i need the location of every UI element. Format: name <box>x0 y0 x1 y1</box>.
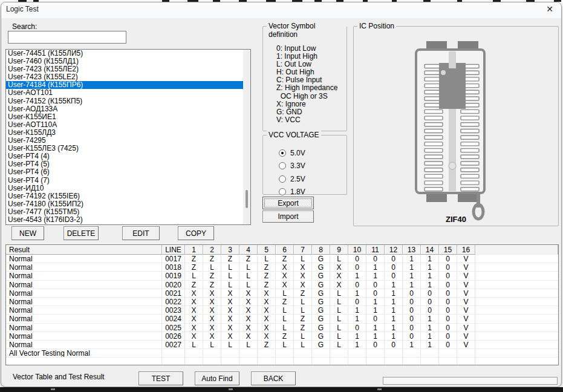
empty-cell <box>366 358 385 365</box>
vcc-option-3.3V[interactable]: 3.3V <box>279 160 305 173</box>
table-row[interactable]: Normal0027LLLLZLLGL100110V <box>6 341 558 349</box>
empty-cell <box>239 358 258 365</box>
vector-cell: X <box>294 272 312 280</box>
vector-cell: V <box>457 315 475 323</box>
vector-cell: X <box>221 306 239 315</box>
background-window-bottom <box>0 387 563 392</box>
line-cell: 0024 <box>162 315 185 323</box>
copy-button[interactable]: COPY <box>178 226 214 240</box>
vector-cell: Z <box>294 324 312 332</box>
table-row[interactable]: Normal0019LZLLZXXGX110110V <box>6 272 558 280</box>
list-item[interactable]: User-РТ4 (6) <box>6 168 250 176</box>
vector-cell: 0 <box>348 255 366 263</box>
vector-cell: X <box>258 324 276 332</box>
auto-find-button[interactable]: Auto Find <box>195 371 239 385</box>
table-row[interactable]: Normal0023XXXXXLLGL111000V <box>6 306 558 315</box>
edit-button[interactable]: EDIT <box>122 226 160 240</box>
vector-cell: Z <box>221 255 239 263</box>
result-table[interactable]: ResultLINE12345678910111213141516Normal0… <box>5 244 559 365</box>
vector-cell: 0 <box>403 289 421 298</box>
column-header: 11 <box>366 245 385 255</box>
vector-cell: L <box>330 332 348 341</box>
row-filler <box>475 306 558 315</box>
table-row[interactable]: Normal0024XXXXXLZGL101010V <box>6 315 558 323</box>
list-item[interactable]: User-74180 (К155ИП2) <box>6 200 250 208</box>
radio-icon[interactable] <box>279 162 286 169</box>
vector-cell: L <box>239 272 258 280</box>
table-row[interactable]: Normal0026XXXXXZLGL111010V <box>6 332 558 341</box>
vector-cell: 1 <box>366 263 385 272</box>
radio-icon[interactable] <box>279 175 286 183</box>
vector-cell: Z <box>203 281 221 289</box>
vector-cell: 1 <box>421 332 439 341</box>
list-item[interactable]: User-74152 (К155КП5) <box>6 97 250 105</box>
column-header: 8 <box>312 245 330 255</box>
list-item[interactable]: User-74192 (К155IE6) <box>6 192 250 200</box>
result-cell: Normal <box>6 272 162 280</box>
test-button[interactable]: TEST <box>138 371 183 385</box>
vector-cell: X <box>221 289 239 298</box>
table-row[interactable]: Normal0025XXXXXLZGL011010V <box>6 324 558 332</box>
row-filler <box>475 315 558 323</box>
table-row[interactable]: Normal0021XXXXXLZGL101000V <box>6 289 558 298</box>
vector-cell: X <box>294 281 312 289</box>
vector-cell <box>312 349 330 358</box>
scrollbar-thumb[interactable] <box>246 190 248 208</box>
table-row[interactable]: Normal0018ZLLLZXXGX010110V <box>6 263 558 272</box>
vector-cell: 0 <box>439 332 457 341</box>
vcc-option-2.5V[interactable]: 2.5V <box>279 172 305 186</box>
symbol-line: V: VCC <box>276 116 337 124</box>
vector-cell: 0 <box>439 281 457 289</box>
table-row[interactable]: Normal0022XXXXXZLGL011000V <box>6 298 558 306</box>
summary-row[interactable]: All Vector Testing Normal <box>6 349 558 358</box>
table-row[interactable]: Normal0020ZZLLZXXGX001110V <box>6 281 558 289</box>
vector-cell: L <box>239 341 258 349</box>
vector-symbol-legend: 0: Input Low1: Input HighL: Out LowH: Ou… <box>276 45 337 124</box>
vector-cell: 1 <box>421 315 439 323</box>
device-listbox[interactable]: User-74451 (К155ЛИ5)User-7460 (К155ЛД1)U… <box>5 49 251 225</box>
vector-cell <box>221 349 239 358</box>
vector-cell: 0 <box>403 306 421 315</box>
footer-label: Vector Table and Test Result <box>13 373 105 381</box>
table-row[interactable]: Normal0017ZZZZLZLGL000110V <box>6 255 558 263</box>
vector-cell <box>457 349 475 358</box>
list-item[interactable]: User-РТ4 (7) <box>6 177 250 185</box>
list-item[interactable]: User-AOT110A <box>6 121 250 129</box>
radio-icon[interactable] <box>279 149 286 157</box>
vector-cell: X <box>330 272 348 280</box>
list-item[interactable]: User-4543 (К176ID3-2) <box>6 216 250 224</box>
result-cell: Normal <box>6 332 162 341</box>
list-item[interactable]: User-AOT101 <box>6 89 250 97</box>
vector-cell: L <box>330 315 348 323</box>
row-filler <box>475 358 558 365</box>
back-button[interactable]: BACK <box>251 371 296 385</box>
export-button[interactable]: Export <box>262 197 314 209</box>
list-item[interactable]: User-АОД133А <box>6 105 250 113</box>
column-header: 16 <box>457 245 475 255</box>
radio-icon[interactable] <box>279 188 286 195</box>
list-item[interactable]: User-К155ИЕ1 <box>6 113 250 121</box>
result-cell: Normal <box>6 324 162 332</box>
delete-button[interactable]: DELETE <box>63 226 99 240</box>
list-item[interactable]: User-7477 (К155ТМ5) <box>6 208 250 216</box>
column-header: 6 <box>276 245 294 255</box>
listbox-scrollbar[interactable] <box>243 50 250 224</box>
import-button[interactable]: Import <box>262 211 314 223</box>
vector-cell: 0 <box>366 281 385 289</box>
vector-cell: 1 <box>403 263 421 272</box>
vector-cell: X <box>221 315 239 323</box>
zif-socket-diagram <box>354 27 558 226</box>
list-item[interactable]: User-ИД10 <box>6 185 250 192</box>
new-button[interactable]: NEW <box>11 226 44 240</box>
vector-cell: X <box>239 298 258 306</box>
search-input[interactable] <box>8 31 126 44</box>
vcc-option-5.0V[interactable]: 5.0V <box>279 146 305 160</box>
close-icon[interactable]: ✕ <box>543 3 556 15</box>
column-header: 13 <box>403 245 421 255</box>
vector-cell: 1 <box>348 306 366 315</box>
vector-cell <box>385 349 403 358</box>
line-cell: 0018 <box>162 263 185 272</box>
vector-symbol-title: Vector Symbol definition <box>267 22 347 39</box>
vector-cell: 0 <box>366 341 385 349</box>
line-cell: 0019 <box>162 272 185 280</box>
